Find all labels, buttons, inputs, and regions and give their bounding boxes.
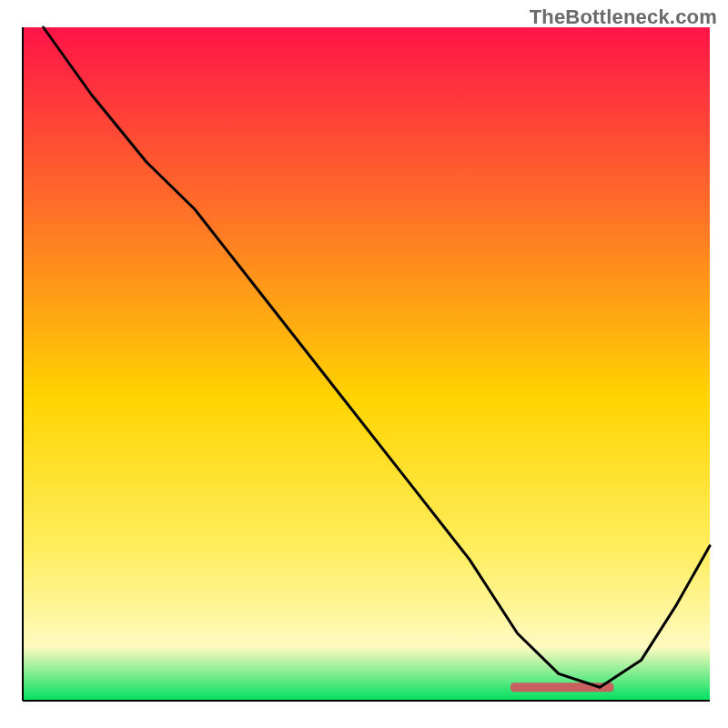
chart-svg xyxy=(0,0,728,728)
bottleneck-chart: TheBottleneck.com xyxy=(0,0,728,728)
gradient-background xyxy=(23,27,710,701)
plot-area xyxy=(23,27,710,701)
